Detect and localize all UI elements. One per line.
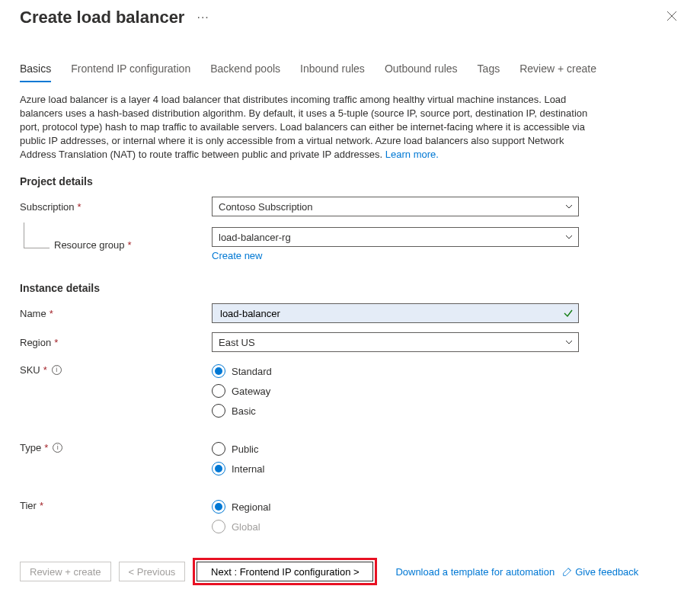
tab-frontend-ip[interactable]: Frontend IP configuration xyxy=(71,62,190,82)
radio-label: Gateway xyxy=(232,386,270,397)
review-create-button[interactable]: Review + create xyxy=(20,562,111,581)
previous-button[interactable]: < Previous xyxy=(119,562,186,581)
description-body: Azure load balancer is a layer 4 load ba… xyxy=(20,94,587,160)
radio-label: Standard xyxy=(232,366,272,377)
required-icon: * xyxy=(43,364,47,376)
info-icon[interactable]: i xyxy=(53,443,62,453)
radio-label: Public xyxy=(232,443,258,455)
subscription-select[interactable]: Contoso Subscription xyxy=(212,197,579,216)
name-input-wrapper xyxy=(212,303,579,323)
required-icon: * xyxy=(50,308,53,319)
region-select[interactable]: East US xyxy=(212,332,579,352)
feedback-label: Give feedback xyxy=(575,566,638,578)
type-label: Type xyxy=(20,442,41,453)
radio-label: Regional xyxy=(232,501,270,513)
tab-backend-pools[interactable]: Backend pools xyxy=(210,62,280,82)
subscription-value: Contoso Subscription xyxy=(219,201,313,213)
tier-label: Tier xyxy=(20,500,37,511)
required-icon: * xyxy=(44,442,48,453)
project-details-heading: Project details xyxy=(20,175,680,187)
validation-ok-icon xyxy=(563,308,574,319)
tier-radio-regional[interactable]: Regional xyxy=(212,497,579,517)
name-input[interactable] xyxy=(219,307,558,320)
name-label: Name xyxy=(20,308,46,319)
tab-review-create[interactable]: Review + create xyxy=(519,62,596,82)
region-value: East US xyxy=(219,337,255,348)
tab-inbound-rules[interactable]: Inbound rules xyxy=(300,62,365,82)
radio-icon xyxy=(212,462,225,476)
tab-strip: Basics Frontend IP configuration Backend… xyxy=(20,62,680,82)
feedback-icon xyxy=(562,567,572,577)
instance-details-heading: Instance details xyxy=(20,282,680,294)
sku-radio-standard[interactable]: Standard xyxy=(212,361,579,381)
radio-icon xyxy=(212,520,225,533)
chevron-down-icon xyxy=(564,202,574,211)
download-template-link[interactable]: Download a template for automation xyxy=(395,566,555,578)
required-icon: * xyxy=(40,500,43,511)
tier-radio-global: Global xyxy=(212,517,579,536)
page-title: Create load balancer xyxy=(20,8,184,27)
tab-outbound-rules[interactable]: Outbound rules xyxy=(385,62,458,82)
create-new-rg-link[interactable]: Create new xyxy=(212,250,262,261)
region-label: Region xyxy=(20,337,51,348)
radio-icon xyxy=(212,500,225,514)
sku-label: SKU xyxy=(20,364,40,376)
radio-icon xyxy=(212,384,225,398)
give-feedback-link[interactable]: Give feedback xyxy=(562,566,638,578)
resource-group-label: Resource group xyxy=(54,239,125,251)
resource-group-select[interactable]: load-balancer-rg xyxy=(212,227,579,247)
radio-icon xyxy=(212,364,225,378)
footer-bar: Review + create < Previous Next : Fronte… xyxy=(0,544,700,602)
chevron-down-icon xyxy=(564,338,574,347)
radio-label: Basic xyxy=(232,405,256,417)
required-icon: * xyxy=(128,239,132,251)
info-icon[interactable]: i xyxy=(52,365,62,375)
radio-label: Global xyxy=(232,521,261,533)
type-radio-public[interactable]: Public xyxy=(212,439,579,459)
required-icon: * xyxy=(78,201,82,213)
radio-icon xyxy=(212,404,225,418)
more-actions-icon[interactable]: ··· xyxy=(197,11,209,24)
tree-elbow-icon xyxy=(24,223,50,248)
resource-group-value: load-balancer-rg xyxy=(219,232,291,243)
required-icon: * xyxy=(54,337,58,348)
radio-label: Internal xyxy=(232,463,264,475)
sku-radio-gateway[interactable]: Gateway xyxy=(212,381,579,401)
sku-radio-basic[interactable]: Basic xyxy=(212,401,579,421)
highlight-box: Next : Frontend IP configuration > xyxy=(193,558,377,585)
next-button[interactable]: Next : Frontend IP configuration > xyxy=(197,562,373,581)
subscription-label: Subscription xyxy=(20,201,75,213)
learn-more-link[interactable]: Learn more. xyxy=(385,149,439,160)
close-button[interactable] xyxy=(663,8,680,27)
radio-icon xyxy=(212,442,225,456)
chevron-down-icon xyxy=(564,232,574,242)
description-text: Azure load balancer is a layer 4 load ba… xyxy=(20,93,599,162)
tab-tags[interactable]: Tags xyxy=(478,62,500,82)
tab-basics[interactable]: Basics xyxy=(20,62,51,82)
type-radio-internal[interactable]: Internal xyxy=(212,459,579,479)
